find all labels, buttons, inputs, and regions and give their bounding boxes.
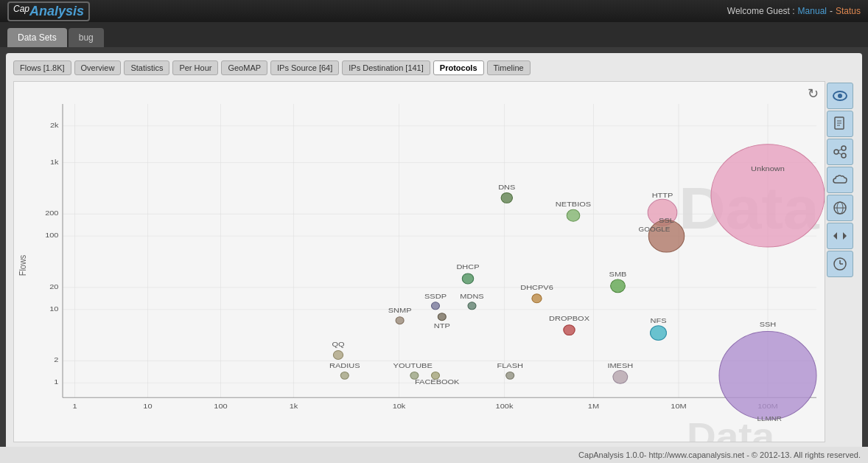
svg-point-40 [711,145,825,247]
svg-point-55 [532,294,542,303]
arrow-icon-btn[interactable] [827,223,853,249]
svg-point-67 [651,326,667,341]
svg-text:1k: 1k [290,403,298,410]
svg-text:SSH: SSH [760,320,777,327]
tab-overview[interactable]: Overview [74,60,122,75]
svg-point-91 [834,150,839,154]
svg-marker-99 [843,232,847,240]
svg-text:2k: 2k [50,121,59,128]
svg-text:SSDP: SSDP [424,292,447,299]
tab-geomap[interactable]: GeoMAP [221,60,267,75]
share-icon-btn[interactable] [827,139,853,165]
svg-text:GOOGLE: GOOGLE [639,226,671,233]
cloud-icon-btn[interactable] [827,167,853,193]
nav-tabs: Data Sets bug [0,22,868,47]
tab-timeline[interactable]: Timeline [487,60,531,75]
logo-box: CapAnalysis [7,1,90,21]
svg-text:RADIUS: RADIUS [329,362,360,369]
svg-point-57 [611,279,626,293]
svg-text:10: 10 [49,304,58,312]
tab-per-hour[interactable]: Per Hour [172,60,218,75]
footer-text: CapAnalysis 1.0.0- http://www.capanalysi… [578,450,861,459]
svg-text:10M: 10M [671,403,686,410]
svg-text:100: 100 [214,403,228,410]
logo-analysis-text: Analysis [29,4,84,19]
svg-point-90 [841,146,846,150]
svg-text:Unknown: Unknown [751,165,785,173]
svg-point-49 [501,192,512,203]
svg-point-42 [719,332,816,420]
svg-point-51 [567,209,580,221]
svg-text:IMESH: IMESH [607,362,633,369]
logo: CapAnalysis [7,1,90,21]
svg-point-73 [340,372,349,379]
svg-text:1: 1 [72,403,77,410]
welcome-text: Welcome Guest : [727,6,795,16]
svg-text:SMB: SMB [609,270,627,277]
svg-text:MDNS: MDNS [460,292,483,299]
header-right: Welcome Guest : Manual - Status [727,6,861,16]
svg-text:1k: 1k [50,158,59,165]
refresh-button[interactable]: ↻ [804,85,822,102]
svg-text:SSL: SSL [659,217,674,224]
tab-ips-dest[interactable]: IPs Destination [141] [342,60,430,75]
tab-statistics[interactable]: Statistics [124,60,169,75]
svg-text:100k: 100k [496,403,514,410]
clock-icon-btn[interactable] [827,251,853,277]
toolbar: Flows [1.8K] Overview Statistics Per Hou… [13,60,855,75]
svg-text:NFS: NFS [651,316,667,324]
svg-point-63 [468,302,476,310]
svg-point-81 [613,370,628,383]
svg-text:2: 2 [54,356,58,363]
svg-point-92 [841,153,846,158]
svg-point-59 [432,302,440,310]
svg-text:DHCP: DHCP [456,262,479,270]
eye-icon-btn[interactable] [827,83,853,109]
nav-tab-bug[interactable]: bug [69,28,104,47]
svg-point-53 [462,274,473,284]
svg-line-93 [839,150,841,151]
footer: CapAnalysis 1.0.0- http://www.capanalysi… [0,447,868,463]
svg-text:FACEBOOK: FACEBOOK [415,378,459,386]
svg-point-69 [564,325,575,335]
chart-svg: Data Data Flows 2k 1k 200 100 20 10 2 1 [14,82,825,442]
svg-text:SNMP: SNMP [388,306,412,313]
document-icon-btn[interactable] [827,111,853,137]
svg-text:1M: 1M [588,403,599,410]
chart-container: ↻ Data Data Flows 2k 1k 200 100 20 10 2 [13,81,855,442]
status-link[interactable]: Status [836,6,861,16]
globe-icon-btn[interactable] [827,195,853,221]
svg-point-79 [506,372,514,379]
svg-text:DHCPV6: DHCPV6 [520,283,553,290]
svg-text:Flows: Flows [18,254,28,276]
main-panel: Flows [1.8K] Overview Statistics Per Hou… [6,53,862,463]
svg-text:QQ: QQ [332,340,344,347]
nav-tab-datasets[interactable]: Data Sets [7,28,67,47]
svg-text:DNS: DNS [498,184,515,191]
header-dash: - [830,6,833,16]
tab-ips-source[interactable]: IPs Source [64] [270,60,339,75]
tab-protocols[interactable]: Protocols [433,60,484,75]
svg-text:200: 200 [45,209,59,217]
svg-rect-0 [14,82,825,442]
svg-text:YOUTUBE: YOUTUBE [393,362,433,369]
sidebar-icons [825,81,855,442]
svg-text:LLMNR: LLMNR [757,415,782,422]
tab-flows[interactable]: Flows [1.8K] [13,60,71,75]
svg-text:1: 1 [54,378,58,386]
chart-area: ↻ Data Data Flows 2k 1k 200 100 20 10 2 [13,81,825,442]
svg-line-94 [839,153,841,155]
svg-text:NTP: NTP [434,321,450,329]
svg-point-71 [333,351,343,360]
svg-text:20: 20 [49,282,58,290]
svg-text:FLASH: FLASH [497,362,522,369]
header: CapAnalysis Welcome Guest : Manual - Sta… [0,0,868,22]
svg-text:100: 100 [45,232,59,239]
svg-text:NETBIOS: NETBIOS [556,201,591,208]
svg-point-61 [438,313,446,321]
svg-text:10: 10 [143,403,152,410]
svg-text:10k: 10k [393,403,407,410]
svg-text:DROPBOX: DROPBOX [549,314,589,321]
svg-marker-98 [833,232,837,240]
manual-link[interactable]: Manual [798,6,827,16]
